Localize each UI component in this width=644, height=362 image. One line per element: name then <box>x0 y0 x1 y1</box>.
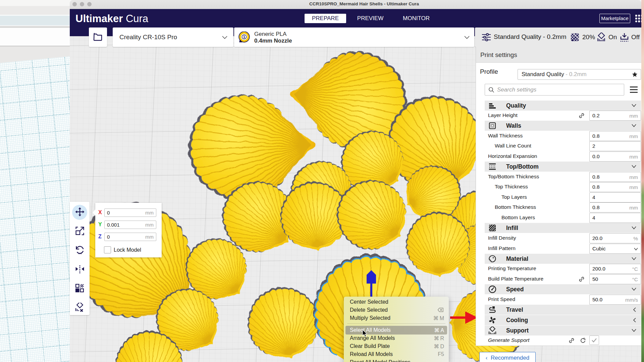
svg-text:1: 1 <box>243 35 246 39</box>
